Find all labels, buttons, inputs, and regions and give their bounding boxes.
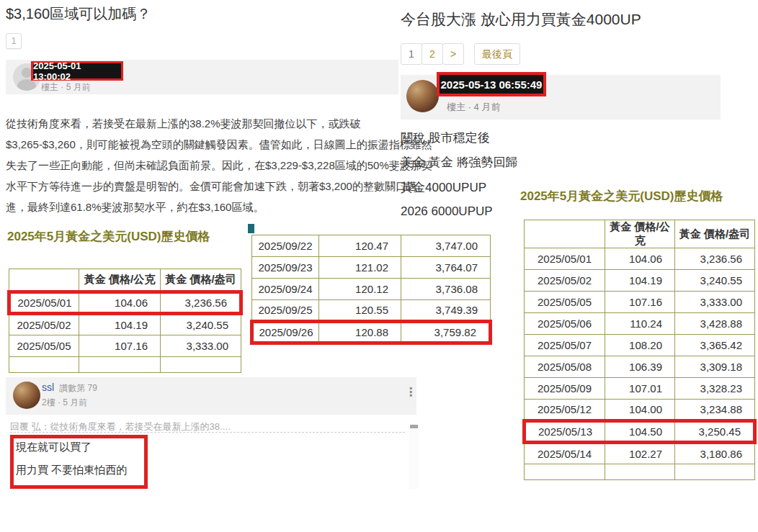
body-line: 失去了一些正向動能，但尚未確認負面前景。因此，在$3,229-$3,228區域的… — [6, 155, 398, 176]
kebab-menu-icon[interactable]: ⋮ — [405, 385, 416, 399]
price-cell: 104.06 — [605, 248, 675, 270]
september-price-table: 2025/09/22120.473,747.002025/09/23121.02… — [250, 235, 492, 345]
price-cell: 3,234.88 — [675, 400, 755, 421]
column-header — [525, 220, 605, 248]
price-cell: 104.19 — [79, 314, 161, 335]
pagination-page-2[interactable]: 2 — [422, 43, 443, 65]
header-row: 黃金 價格/公克黃金 價格/盎司 — [525, 220, 755, 248]
table-row: 2025/05/02104.193,240.55 — [9, 314, 241, 335]
price-cell: 3,333.00 — [675, 292, 755, 313]
may-price-table-left: 黃金 價格/公克黃金 價格/盎司2025/05/01104.063,236.56… — [7, 269, 243, 373]
price-cell: 107.16 — [605, 292, 675, 313]
table-row: 2025/05/06110.243,428.88 — [525, 313, 755, 335]
price-cell: 104.19 — [605, 270, 675, 292]
right-post-meta: 樓主 · 4 月前 — [447, 101, 500, 114]
left-pagination-page-1[interactable]: 1 — [6, 33, 22, 49]
price-cell: 3,240.55 — [675, 270, 755, 292]
left-post-title: $3,160區域可以加碼？ — [6, 4, 151, 24]
right-body-line: 2026 6000UPUP — [401, 204, 493, 219]
column-header: 黃金 價格/公克 — [605, 220, 675, 248]
date-cell: 2025/05/13 — [525, 421, 605, 443]
price-cell: 108.20 — [605, 335, 675, 356]
pagination-last[interactable]: 最後頁 — [474, 43, 520, 65]
body-line: $3,265-$3,260，則可能被視為空頭的關鍵觸發因素。儘管如此，日線圖上的… — [6, 134, 398, 155]
september-price-table-wrap: 2025/09/22120.473,747.002025/09/23121.02… — [250, 235, 492, 361]
user-avatar[interactable] — [406, 80, 439, 112]
username-link[interactable]: ssl — [42, 382, 54, 393]
comment-meta: 2樓 · 5 月前 — [42, 397, 87, 409]
date-cell: 2025/09/23 — [252, 257, 319, 279]
price-cell: 3,428.88 — [675, 313, 755, 335]
pagination-next[interactable]: > — [442, 43, 464, 65]
forum-screenshot-collage: $3,160區域可以加碼？ 1 2025-05-01 13:00:02 樓主 ·… — [0, 0, 758, 532]
price-cell: 3,328.23 — [675, 378, 755, 400]
left-timestamp-annotation: 2025-05-01 13:00:02 — [31, 61, 123, 81]
pagination-page-1[interactable]: 1 — [401, 43, 422, 65]
table-row: 2025/09/22120.473,747.00 — [252, 235, 491, 257]
date-cell: 2025/05/09 — [525, 378, 605, 400]
table-row: 2025/05/08106.393,309.18 — [525, 356, 755, 378]
header-row: 黃金 價格/公克黃金 價格/盎司 — [9, 269, 241, 292]
teal-marker — [248, 224, 254, 233]
table-row: 2025/05/01104.063,236.56 — [525, 248, 755, 270]
price-cell: 3,250.45 — [675, 421, 755, 443]
table-row: 2025/09/24120.123,736.08 — [252, 279, 491, 300]
right-timestamp-annotation: 2025-05-13 06:55:49 — [437, 72, 546, 96]
table-row: 2025/05/09107.013,328.23 — [525, 378, 755, 400]
quote-divider — [10, 432, 405, 433]
date-cell: 2025/05/08 — [525, 356, 605, 378]
table-row: 2025/05/05107.163,333.00 — [525, 292, 755, 313]
price-cell: 3,333.00 — [161, 335, 241, 357]
right-pagination: 1 2 > 最後頁 — [401, 43, 520, 65]
price-cell: 102.27 — [605, 443, 675, 464]
left-post-body: 從技術角度來看，若接受在最新上漲的38.2%斐波那契回撤位以下，或跌破 $3,2… — [6, 113, 398, 217]
date-cell: 2025/09/26 — [252, 322, 319, 343]
body-line: 水平下方等待進一步的賣盤是明智的。金價可能會加速下跌，朝著$3,200的整數關口… — [6, 176, 398, 197]
date-cell: 2025/05/01 — [9, 292, 79, 314]
user-avatar[interactable] — [13, 382, 40, 409]
price-cell: 106.39 — [605, 356, 675, 378]
date-cell: 2025/05/12 — [525, 400, 605, 421]
date-cell: 2025/05/07 — [525, 335, 605, 356]
price-cell: 107.16 — [79, 335, 161, 357]
price-cell: 3,180.86 — [675, 443, 755, 464]
price-cell: 104.06 — [79, 292, 161, 314]
price-cell: 120.55 — [319, 300, 401, 322]
may-price-table-right: 黃金 價格/公克黃金 價格/盎司2025/05/01104.063,236.56… — [522, 220, 757, 480]
price-cell: 3,309.18 — [675, 356, 755, 378]
table-row: 2025/05/07108.203,365.42 — [525, 335, 755, 356]
price-cell: 104.00 — [605, 400, 675, 421]
clipped-row — [525, 464, 755, 480]
left-post-meta: 樓主 · 5 月前 — [41, 81, 91, 94]
date-cell: 2025/05/14 — [525, 443, 605, 464]
price-cell: 3,236.56 — [161, 292, 241, 314]
price-cell: 104.50 — [605, 421, 675, 443]
date-cell: 2025/05/01 — [525, 248, 605, 270]
price-cell: 110.24 — [605, 313, 675, 335]
column-header: 黃金 價格/盎司 — [161, 269, 241, 292]
comment-line: 用力買 不要怕東怕西的 — [16, 464, 127, 477]
table-row: 2025/05/14102.273,180.86 — [525, 443, 755, 464]
price-cell: 107.01 — [605, 378, 675, 400]
scrollbar-track[interactable] — [409, 425, 419, 489]
date-cell: 2025/09/22 — [252, 235, 319, 257]
price-cell: 120.88 — [319, 322, 401, 343]
price-cell: 3,747.00 — [401, 235, 491, 257]
price-cell: 120.12 — [319, 279, 401, 300]
date-cell: 2025/05/02 — [525, 270, 605, 292]
column-header: 黃金 價格/公克 — [79, 269, 161, 292]
date-cell: 2025/05/05 — [9, 335, 79, 357]
price-cell: 121.02 — [319, 257, 401, 279]
price-cell: 3,365.42 — [675, 335, 755, 356]
right-body-line: 美金 黃金 將強勢回歸 — [401, 154, 517, 171]
table-row: 2025/05/13104.503,250.45 — [525, 421, 755, 443]
table-row: 2025/09/23121.023,764.07 — [252, 257, 491, 279]
may-price-table-left-wrap: 黃金 價格/公克黃金 價格/盎司2025/05/01104.063,236.56… — [7, 269, 244, 374]
table-row: 2025/09/26120.883,759.82 — [252, 322, 491, 343]
may-price-table-right-wrap: 黃金 價格/公克黃金 價格/盎司2025/05/01104.063,236.56… — [522, 220, 757, 486]
body-line: 從技術角度來看，若接受在最新上漲的38.2%斐波那契回撤位以下，或跌破 — [6, 113, 398, 134]
price-cell: 120.47 — [319, 235, 401, 257]
table-row: 2025/05/05107.163,333.00 — [9, 335, 241, 357]
table-row: 2025/05/02104.193,240.55 — [525, 270, 755, 292]
scrollbar-thumb[interactable] — [410, 425, 418, 428]
